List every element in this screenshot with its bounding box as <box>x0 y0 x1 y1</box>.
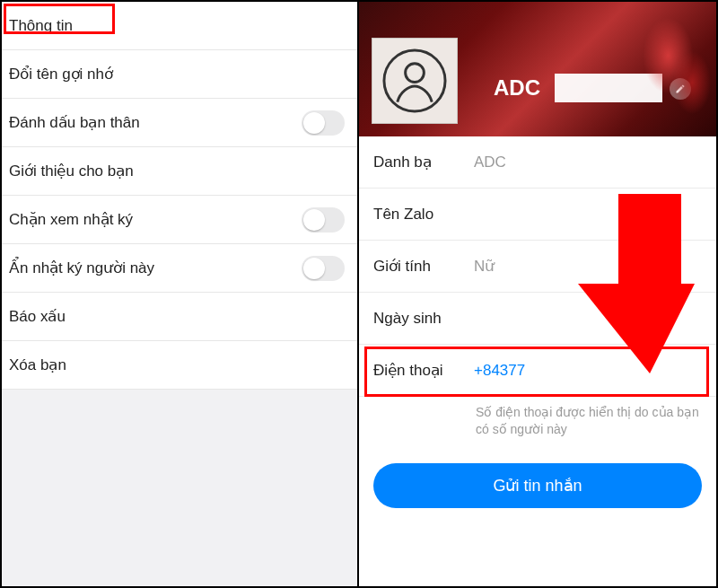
menu-item-label: Ẩn nhật ký người này <box>9 259 302 277</box>
field-birthday: Ngày sinh <box>359 293 716 345</box>
field-label: Danh bạ <box>373 153 474 171</box>
menu-item-introduce[interactable]: Giới thiệu cho bạn <box>2 147 357 196</box>
send-message-label: Gửi tin nhắn <box>493 476 582 496</box>
menu-item-label: Đổi tên gợi nhớ <box>9 65 345 83</box>
profile-panel: ADC Danh bạ ADC Tên Zalo Giới tính Nữ Ng… <box>359 2 716 586</box>
edit-name-button[interactable] <box>670 78 691 100</box>
send-message-button[interactable]: Gửi tin nhắn <box>373 463 702 508</box>
svg-point-1 <box>406 64 425 83</box>
field-zalo-name: Tên Zalo <box>359 189 716 241</box>
menu-item-label: Chặn xem nhật ký <box>9 210 302 229</box>
phone-number[interactable]: +84377 <box>474 362 525 380</box>
field-value: ADC <box>474 154 506 171</box>
redacted-name-area <box>555 74 662 102</box>
person-icon <box>381 48 448 114</box>
avatar[interactable] <box>372 38 458 124</box>
settings-menu-panel: Thông tin Đổi tên gợi nhớ Đánh dấu bạn t… <box>2 2 359 586</box>
profile-info-list: Danh bạ ADC Tên Zalo Giới tính Nữ Ngày s… <box>359 136 716 586</box>
empty-area <box>2 390 357 586</box>
menu-item-label: Giới thiệu cho bạn <box>9 162 345 180</box>
field-label: Giới tính <box>373 257 474 276</box>
profile-display-name: ADC <box>494 75 540 101</box>
field-label: Tên Zalo <box>373 206 474 224</box>
menu-item-report[interactable]: Báo xấu <box>2 293 357 341</box>
profile-cover: ADC <box>359 2 716 136</box>
field-value: Nữ <box>474 257 495 276</box>
menu-item-label: Báo xấu <box>9 307 345 326</box>
toggle-hide-timeline[interactable] <box>302 256 345 281</box>
pencil-icon <box>675 83 686 94</box>
menu-item-label: Thông tin <box>9 17 345 35</box>
field-label: Điện thoại <box>373 361 474 380</box>
field-phone[interactable]: Điện thoại +84377 <box>359 345 716 397</box>
menu-item-label: Đánh dấu bạn thân <box>9 113 302 132</box>
field-label: Ngày sinh <box>373 310 474 328</box>
menu-item-block-timeline[interactable]: Chặn xem nhật ký <box>2 196 357 244</box>
toggle-block-timeline[interactable] <box>302 207 345 233</box>
field-gender: Giới tính Nữ <box>359 241 716 293</box>
menu-item-close-friend[interactable]: Đánh dấu bạn thân <box>2 99 357 147</box>
menu-item-rename[interactable]: Đổi tên gợi nhớ <box>2 50 357 99</box>
phone-hint-text: Số điện thoại được hiển thị do của bạn c… <box>359 397 716 438</box>
field-contact: Danh bạ ADC <box>359 136 716 189</box>
toggle-close-friend[interactable] <box>302 110 345 136</box>
menu-item-hide-timeline[interactable]: Ẩn nhật ký người này <box>2 244 357 293</box>
menu-item-unfriend[interactable]: Xóa bạn <box>2 341 357 390</box>
menu-item-label: Xóa bạn <box>9 355 345 374</box>
menu-item-info[interactable]: Thông tin <box>2 2 357 50</box>
